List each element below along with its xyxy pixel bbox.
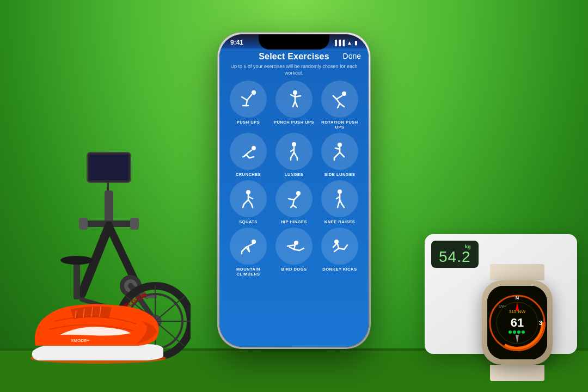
svg-line-63 bbox=[340, 103, 344, 107]
watch-case: 61 N 315°NW 3 UV+ bbox=[482, 280, 553, 365]
svg-line-87 bbox=[252, 204, 253, 207]
exercise-label-bird-dogs: BIRD DOGS bbox=[281, 267, 307, 272]
svg-line-99 bbox=[342, 204, 344, 207]
exercise-row-2: CRUNCHES bbox=[224, 133, 364, 177]
screen-header: Select Exercises Done bbox=[219, 48, 369, 64]
exercise-label-rotation-push-ups: ROTATION PUSH UPS bbox=[318, 120, 361, 130]
svg-line-8 bbox=[109, 226, 136, 283]
svg-line-109 bbox=[294, 249, 299, 250]
exercise-circle-push-ups[interactable] bbox=[230, 81, 267, 118]
svg-line-98 bbox=[338, 200, 340, 207]
svg-line-110 bbox=[299, 248, 304, 250]
svg-point-100 bbox=[252, 240, 256, 244]
exercise-label-lunges: LUNGES bbox=[285, 172, 303, 177]
wifi-icon: ▲ bbox=[347, 40, 352, 46]
exercise-label-squats: SQUATS bbox=[239, 219, 258, 224]
svg-rect-3 bbox=[105, 191, 113, 223]
phone-inner: 9:41 ▐▐▐ ▲ ▮ Select Exercises Done bbox=[219, 34, 369, 347]
header-subtitle: Up to 6 of your exercises will be random… bbox=[219, 64, 369, 76]
header-title: Select Exercises bbox=[228, 52, 360, 62]
scale-weight: 54.2 bbox=[439, 249, 471, 265]
svg-line-114 bbox=[334, 248, 339, 252]
exercise-circle-crunches[interactable] bbox=[230, 133, 267, 170]
exercise-item-crunches: CRUNCHES bbox=[227, 133, 270, 177]
svg-line-89 bbox=[294, 195, 298, 200]
exercise-circle-punch-push-ups[interactable] bbox=[275, 81, 313, 118]
exercise-circle-donkey-kicks[interactable] bbox=[321, 228, 358, 265]
svg-text:XMODE+: XMODE+ bbox=[71, 338, 89, 343]
svg-line-49 bbox=[242, 97, 247, 100]
svg-text:3: 3 bbox=[539, 320, 542, 326]
exercise-item-bird-dogs: BIRD DOGS bbox=[273, 228, 315, 277]
exercise-circle-knee-raises[interactable] bbox=[321, 180, 358, 217]
exercise-label-donkey-kicks: DONKEY KICKS bbox=[322, 267, 357, 272]
svg-line-90 bbox=[289, 199, 294, 200]
svg-line-93 bbox=[293, 205, 296, 207]
svg-line-117 bbox=[333, 244, 336, 247]
svg-line-111 bbox=[287, 245, 295, 246]
svg-text:UV+: UV+ bbox=[499, 304, 506, 308]
exercise-circle-side-lunges[interactable] bbox=[321, 133, 358, 170]
exercise-label-mountain-climbers: MOUNTAIN CLIMBERS bbox=[227, 267, 270, 277]
phone-outer: 9:41 ▐▐▐ ▲ ▮ Select Exercises Done bbox=[218, 33, 370, 348]
svg-point-36 bbox=[509, 330, 512, 334]
svg-line-78 bbox=[334, 152, 340, 158]
status-icons: ▐▐▐ ▲ ▮ bbox=[333, 40, 358, 46]
exercise-circle-rotation-push-ups[interactable] bbox=[321, 81, 358, 118]
svg-line-115 bbox=[339, 248, 344, 249]
svg-line-48 bbox=[247, 95, 252, 100]
svg-point-59 bbox=[342, 91, 346, 96]
svg-point-37 bbox=[513, 330, 516, 334]
phone-wrapper: 9:41 ▐▐▐ ▲ ▮ Select Exercises Done bbox=[218, 33, 370, 348]
scale-display: kg 54.2 bbox=[431, 241, 479, 268]
exercise-label-side-lunges: SIDE LUNGES bbox=[324, 172, 355, 177]
exercise-item-lunges: LUNGES bbox=[273, 133, 315, 177]
exercise-item-push-ups: PUSH UPS bbox=[227, 81, 270, 130]
svg-line-72 bbox=[294, 152, 297, 158]
exercise-label-punch-push-ups: PUNCH PUSH UPS bbox=[274, 120, 314, 125]
exercise-item-donkey-kicks: DONKEY KICKS bbox=[318, 228, 361, 277]
svg-line-84 bbox=[244, 200, 248, 204]
svg-line-108 bbox=[290, 247, 294, 249]
svg-line-116 bbox=[344, 245, 347, 249]
exercise-circle-lunges[interactable] bbox=[275, 133, 313, 170]
exercise-item-side-lunges: SIDE LUNGES bbox=[318, 133, 361, 177]
watch-face: 61 N 315°NW 3 UV+ bbox=[487, 286, 547, 359]
svg-line-91 bbox=[293, 200, 294, 205]
exercise-item-mountain-climbers: MOUNTAIN CLIMBERS bbox=[227, 228, 270, 277]
svg-line-50 bbox=[246, 100, 247, 106]
done-button[interactable]: Done bbox=[343, 52, 361, 60]
phone-screen: 9:41 ▐▐▐ ▲ ▮ Select Exercises Done bbox=[219, 34, 369, 347]
exercise-circle-bird-dogs[interactable] bbox=[275, 228, 313, 265]
apple-watch: 61 N 315°NW 3 UV+ bbox=[476, 264, 558, 362]
exercise-label-hip-hinges: HIP HINGES bbox=[281, 219, 307, 224]
svg-line-56 bbox=[295, 96, 301, 97]
svg-line-64 bbox=[333, 96, 336, 99]
exercise-item-hip-hinges: HIP HINGES bbox=[273, 180, 315, 224]
svg-line-62 bbox=[338, 103, 340, 108]
screen-content: Select Exercises Done Up to 6 of your ex… bbox=[219, 48, 369, 347]
exercise-grid: PUSH UPS bbox=[219, 78, 369, 347]
exercise-row-3: SQUATS bbox=[224, 180, 364, 224]
svg-line-66 bbox=[246, 155, 249, 158]
svg-point-106 bbox=[294, 241, 298, 245]
svg-line-101 bbox=[246, 244, 253, 247]
exercise-circle-hip-hinges[interactable] bbox=[275, 180, 313, 217]
exercise-item-rotation-push-ups: ROTATION PUSH UPS bbox=[318, 81, 361, 130]
exercise-item-knee-raises: KNEE RAISES bbox=[318, 180, 361, 224]
background: PELOTON XMODE+ bbox=[0, 0, 588, 392]
exercise-circle-mountain-climbers[interactable] bbox=[230, 228, 267, 265]
phone-notch bbox=[259, 34, 329, 50]
exercise-circle-squats[interactable] bbox=[230, 180, 267, 217]
svg-line-79 bbox=[340, 152, 344, 157]
svg-rect-6 bbox=[130, 218, 139, 230]
signal-icon: ▐▐▐ bbox=[333, 40, 345, 46]
svg-point-38 bbox=[517, 330, 520, 334]
svg-line-58 bbox=[295, 101, 297, 107]
svg-line-61 bbox=[336, 99, 340, 103]
svg-rect-1 bbox=[89, 155, 128, 180]
exercise-row-1: PUSH UPS bbox=[224, 81, 364, 130]
exercise-label-push-ups: PUSH UPS bbox=[237, 120, 260, 125]
svg-line-60 bbox=[336, 96, 342, 99]
battery-icon: ▮ bbox=[354, 40, 358, 46]
